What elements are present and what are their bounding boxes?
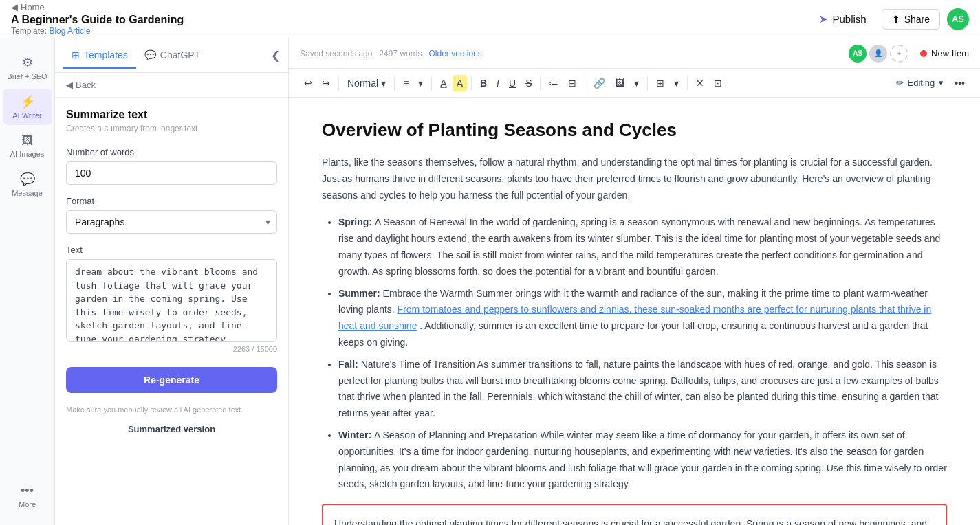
format-group: Format Paragraphs Bullet points Numbered… [66, 196, 277, 234]
summer-label: Summer: [338, 288, 383, 299]
image-options-button[interactable]: ▾ [630, 75, 643, 91]
undo-button[interactable]: ↩ [300, 75, 316, 91]
text-group: Text dream about the vibrant blooms and … [66, 245, 277, 353]
editor-content: Overview of Planting Seasons and Cycles … [289, 98, 980, 525]
save-status: Saved seconds ago [300, 49, 372, 58]
share-button[interactable]: ⬆ Share [882, 9, 940, 30]
home-link[interactable]: ◀ Home [11, 2, 811, 12]
toolbar-separator-4 [471, 76, 472, 90]
fullscreen-button[interactable]: ⊡ [710, 75, 726, 91]
new-item-button[interactable]: New Item [920, 48, 969, 58]
templates-tab-label: Templates [84, 49, 128, 60]
edit-icon: ✏ [896, 78, 904, 88]
regenerate-button[interactable]: Re-generate [66, 367, 277, 393]
chatgpt-tab-icon: 💬 [144, 49, 156, 60]
format-select-wrap: Paragraphs Bullet points Numbered list ▾ [66, 210, 277, 234]
publish-button[interactable]: ➤ Publish [811, 9, 874, 30]
text-label: Text [66, 245, 277, 255]
bullet-list-button[interactable]: ≔ [545, 75, 563, 91]
text-textarea[interactable]: dream about the vibrant blooms and lush … [66, 259, 277, 342]
align-button[interactable]: ≡ [399, 75, 413, 91]
back-button[interactable]: ◀ Back [55, 73, 288, 98]
sidebar-item-brief-seo[interactable]: ⚙ Brief + SEO [3, 49, 52, 86]
winter-text: A Season of Planning and Preparation Whi… [338, 429, 947, 489]
home-label: Home [21, 2, 45, 12]
list-item-winter[interactable]: Winter: A Season of Planning and Prepara… [338, 427, 947, 493]
summarized-box: Understanding the optimal planting times… [322, 504, 947, 525]
add-collaborator-avatar[interactable]: + [890, 45, 908, 63]
words-input[interactable] [66, 161, 277, 185]
summer-text-2: . Additionally, summer is an excellent t… [338, 320, 928, 348]
format-chevron-icon: ▾ [381, 78, 386, 89]
link-button[interactable]: 🔗 [589, 75, 609, 91]
editor-toolbar: ↩ ↪ Normal ▾ ≡ ▾ A A B I U S ≔ ⊟ 🔗 🖼 ▾ [289, 69, 980, 98]
back-arrow-icon: ◀ [66, 80, 73, 90]
underline-button[interactable]: U [505, 75, 520, 91]
editor-heading[interactable]: Overview of Planting Seasons and Cycles [322, 120, 947, 141]
word-count: 2497 words [379, 49, 422, 58]
toolbar-separator-7 [647, 76, 648, 90]
editor-intro[interactable]: Plants, like the seasons themselves, fol… [322, 155, 947, 203]
format-select-button[interactable]: Normal ▾ [343, 75, 390, 91]
strikethrough-button[interactable]: S [521, 75, 536, 91]
toolbar-separator-6 [585, 76, 585, 90]
regenerate-label: Re-generate [144, 375, 199, 386]
topbar: ◀ Home A Beginner's Guide to Gardening T… [0, 0, 980, 38]
sidebar-item-ai-images[interactable]: 🖼 AI Images [3, 128, 52, 164]
share-icon: ⬆ [892, 14, 900, 25]
disclaimer: Make sure you manually review all AI gen… [66, 404, 277, 416]
table-options-button[interactable]: ▾ [670, 75, 683, 91]
font-color-button[interactable]: A [436, 75, 450, 91]
format-select[interactable]: Paragraphs Bullet points Numbered list [66, 210, 277, 234]
list-item-spring[interactable]: Spring: A Season of Renewal In the world… [338, 214, 947, 280]
list-item-fall[interactable]: Fall: Nature's Time of Transition As sum… [338, 357, 947, 422]
more-options-button[interactable]: ••• [950, 75, 969, 91]
bold-button[interactable]: B [476, 75, 491, 91]
redo-button[interactable]: ↪ [318, 75, 334, 91]
templates-panel: ⊞ Templates 💬 ChatGPT ❮ ◀ Back Summarize… [55, 38, 289, 525]
table-button[interactable]: ⊞ [652, 75, 668, 91]
icon-sidebar: ⚙ Brief + SEO ⚡ AI Writer 🖼 AI Images 💬 … [0, 38, 55, 525]
toolbar-separator-8 [687, 76, 688, 90]
template-link[interactable]: Blog Article [49, 26, 90, 36]
sidebar-item-more[interactable]: ••• More [3, 478, 52, 514]
summarized-version-label: Summarized version [66, 424, 277, 434]
list-item-summer[interactable]: Summer: Embrace the Warmth Summer brings… [338, 286, 947, 351]
topbar-subtitle: Template: Blog Article [11, 26, 811, 36]
highlight-button[interactable]: A [453, 75, 467, 91]
tool-subtitle: Creates a summary from longer text [66, 124, 277, 133]
share-label: Share [904, 14, 930, 25]
message-icon: 💬 [20, 172, 35, 187]
tab-templates[interactable]: ⊞ Templates [63, 43, 136, 69]
user-avatar-sm: AS [849, 45, 867, 63]
toolbar-separator-2 [394, 76, 395, 90]
sidebar-item-ai-writer[interactable]: ⚡ AI Writer [3, 89, 52, 125]
publish-icon: ➤ [819, 13, 828, 25]
sidebar-item-label-ai-writer: AI Writer [12, 111, 42, 120]
collapse-panel-button[interactable]: ❮ [271, 49, 280, 62]
templates-tab-icon: ⊞ [72, 49, 80, 60]
publish-label: Publish [832, 13, 866, 25]
image-button[interactable]: 🖼 [611, 75, 629, 91]
text-area-wrap: dream about the vibrant blooms and lush … [66, 259, 277, 353]
older-versions-link[interactable]: Older versions [428, 49, 481, 58]
sidebar-item-label-brief-seo: Brief + SEO [7, 72, 47, 80]
ai-writer-icon: ⚡ [20, 94, 35, 109]
toolbar-separator-3 [431, 76, 432, 90]
editor-users: AS 👤 + [849, 45, 908, 63]
sidebar-item-message[interactable]: 💬 Message [3, 166, 52, 203]
panel-content: Summarize text Creates a summary from lo… [55, 98, 288, 525]
italic-button[interactable]: I [492, 75, 503, 91]
editing-chevron-icon: ▾ [939, 78, 944, 88]
editor-area: Saved seconds ago 2497 words Older versi… [289, 38, 980, 525]
new-item-indicator [920, 50, 927, 57]
tab-chatgpt[interactable]: 💬 ChatGPT [136, 43, 208, 69]
tool-title: Summarize text [66, 109, 277, 121]
editing-mode-button[interactable]: ✏ Editing ▾ [891, 75, 950, 91]
clear-format-button[interactable]: ✕ [692, 75, 708, 91]
user-avatar[interactable]: AS [947, 8, 969, 30]
chatgpt-tab-label: ChatGPT [160, 49, 200, 60]
ordered-list-button[interactable]: ⊟ [564, 75, 580, 91]
home-arrow-icon: ◀ [11, 2, 18, 12]
align-options-button[interactable]: ▾ [414, 75, 427, 91]
